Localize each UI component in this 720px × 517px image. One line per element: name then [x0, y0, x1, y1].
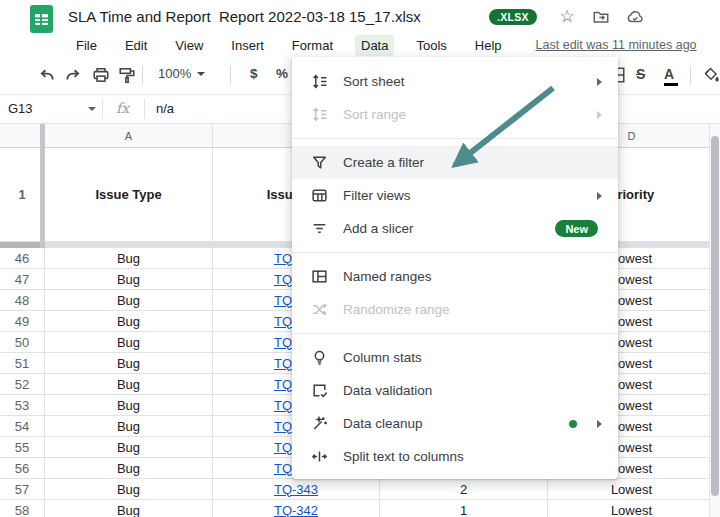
menu-item-data-validation[interactable]: Data validation: [292, 374, 618, 407]
document-title[interactable]: SLA Time and Report Report 2022-03-18 15…: [68, 8, 421, 25]
issue-link[interactable]: TQ-342: [274, 503, 318, 517]
shuffle-icon: [310, 301, 328, 319]
menubar-item-edit[interactable]: Edit: [119, 35, 153, 56]
row-number[interactable]: 51: [0, 353, 45, 374]
row-number[interactable]: 55: [0, 437, 45, 458]
table-row: 58BugTQ-3421Lowest: [0, 500, 716, 517]
table-icon: [310, 268, 328, 286]
menu-item-split-text-to-columns[interactable]: Split text to columns: [292, 440, 618, 473]
cell-priority[interactable]: Lowest: [548, 479, 716, 500]
issue-link[interactable]: TQ-343: [274, 482, 318, 497]
sheets-logo-icon[interactable]: [30, 5, 53, 33]
cloud-saved-icon[interactable]: [626, 8, 644, 26]
menu-item-sort-range[interactable]: Sort range: [292, 98, 618, 131]
menubar-item-view[interactable]: View: [169, 35, 209, 56]
row-number[interactable]: 54: [0, 416, 45, 437]
cell-issue-type[interactable]: Bug: [45, 311, 213, 332]
name-box-dropdown-icon[interactable]: [88, 107, 96, 111]
star-icon[interactable]: ☆: [558, 8, 576, 26]
cell-priority[interactable]: Lowest: [548, 500, 716, 517]
menu-item-sort-sheet[interactable]: Sort sheet: [292, 65, 618, 98]
menubar-item-file[interactable]: File: [70, 35, 103, 56]
currency-format-button[interactable]: $: [250, 66, 258, 81]
vertical-scrollbar[interactable]: [709, 124, 720, 517]
zoom-select[interactable]: 100%: [158, 66, 205, 81]
menu-item-randomize-range[interactable]: Randomize range: [292, 293, 618, 326]
text-color-button[interactable]: A: [664, 66, 678, 86]
menu-item-label: Sort sheet: [343, 74, 405, 89]
redo-icon[interactable]: [64, 66, 82, 84]
toolbar-divider: [142, 65, 143, 85]
submenu-arrow-icon: [597, 78, 602, 86]
fill-color-icon[interactable]: [702, 66, 720, 84]
validation-icon: [310, 382, 328, 400]
row-number[interactable]: 1: [0, 148, 45, 242]
cell-issue-type[interactable]: Bug: [45, 500, 213, 517]
menu-item-create-a-filter[interactable]: Create a filter: [292, 146, 618, 179]
menu-item-label: Split text to columns: [343, 449, 464, 464]
cell-issue-key[interactable]: TQ-342: [213, 500, 380, 517]
slicer-icon: [310, 220, 328, 238]
cell-col-c[interactable]: 2: [380, 479, 548, 500]
cell-issue-type[interactable]: Bug: [45, 332, 213, 353]
strikethrough-button[interactable]: S: [636, 66, 645, 82]
menubar-item-help[interactable]: Help: [469, 35, 508, 56]
print-icon[interactable]: [92, 66, 110, 84]
row-number[interactable]: 48: [0, 290, 45, 311]
menubar-item-data[interactable]: Data: [355, 35, 394, 56]
split-icon: [310, 448, 328, 466]
cell-issue-type[interactable]: Bug: [45, 353, 213, 374]
menu-item-label: Add a slicer: [343, 221, 414, 236]
select-all-corner[interactable]: [0, 124, 45, 148]
name-box[interactable]: G13: [8, 101, 33, 116]
row-number[interactable]: 53: [0, 395, 45, 416]
formula-input[interactable]: n/a: [156, 101, 174, 116]
menubar-item-insert[interactable]: Insert: [225, 35, 270, 56]
cell-issue-type[interactable]: Bug: [45, 416, 213, 437]
menubar: FileEditViewInsertFormatDataToolsHelpLas…: [70, 33, 697, 57]
paint-format-icon[interactable]: [118, 66, 136, 84]
column-header-a[interactable]: A: [45, 124, 213, 148]
cell-issue-type[interactable]: Bug: [45, 395, 213, 416]
cell-issue-type[interactable]: Bug: [45, 479, 213, 500]
submenu-arrow-icon: [597, 192, 602, 200]
cell-issue-type[interactable]: Bug: [45, 290, 213, 311]
scrollbar-thumb[interactable]: [711, 136, 719, 496]
move-folder-icon[interactable]: [592, 8, 610, 26]
menu-item-named-ranges[interactable]: Named ranges: [292, 260, 618, 293]
submenu-arrow-icon: [597, 420, 602, 428]
row-number[interactable]: 46: [0, 248, 45, 269]
percent-format-button[interactable]: %: [276, 66, 288, 81]
menu-item-filter-views[interactable]: Filter views: [292, 179, 618, 212]
menu-item-data-cleanup[interactable]: Data cleanup: [292, 407, 618, 440]
row-number[interactable]: 58: [0, 500, 45, 517]
cell-issue-type[interactable]: Bug: [45, 437, 213, 458]
cell-issue-key[interactable]: TQ-343: [213, 479, 380, 500]
menubar-item-format[interactable]: Format: [286, 35, 339, 56]
row-number[interactable]: 57: [0, 479, 45, 500]
menubar-item-tools[interactable]: Tools: [410, 35, 452, 56]
menu-item-add-a-slicer[interactable]: Add a slicerNew: [292, 212, 618, 245]
menu-item-label: Data cleanup: [343, 416, 423, 431]
row-number[interactable]: 50: [0, 332, 45, 353]
cell-header-issue-type[interactable]: Issue Type: [45, 148, 213, 242]
undo-icon[interactable]: [38, 66, 56, 84]
funnel-icon: [310, 154, 328, 172]
row-number[interactable]: 47: [0, 269, 45, 290]
row-number[interactable]: 52: [0, 374, 45, 395]
row-number[interactable]: 49: [0, 311, 45, 332]
data-menu-dropdown: Sort sheetSort rangeCreate a filterFilte…: [292, 57, 618, 479]
formula-bar-divider: [144, 99, 145, 119]
cell-col-c[interactable]: 1: [380, 500, 548, 517]
menu-item-label: Named ranges: [343, 269, 432, 284]
cell-issue-type[interactable]: Bug: [45, 248, 213, 269]
cell-issue-type[interactable]: Bug: [45, 458, 213, 479]
menu-item-label: Filter views: [343, 188, 411, 203]
cell-issue-type[interactable]: Bug: [45, 374, 213, 395]
xlsx-badge: .XLSX: [489, 9, 537, 25]
menu-item-column-stats[interactable]: Column stats: [292, 341, 618, 374]
cell-issue-type[interactable]: Bug: [45, 269, 213, 290]
row-number[interactable]: 56: [0, 458, 45, 479]
last-edit-link[interactable]: Last edit was 11 minutes ago: [536, 38, 697, 52]
submenu-arrow-icon: [597, 111, 602, 119]
